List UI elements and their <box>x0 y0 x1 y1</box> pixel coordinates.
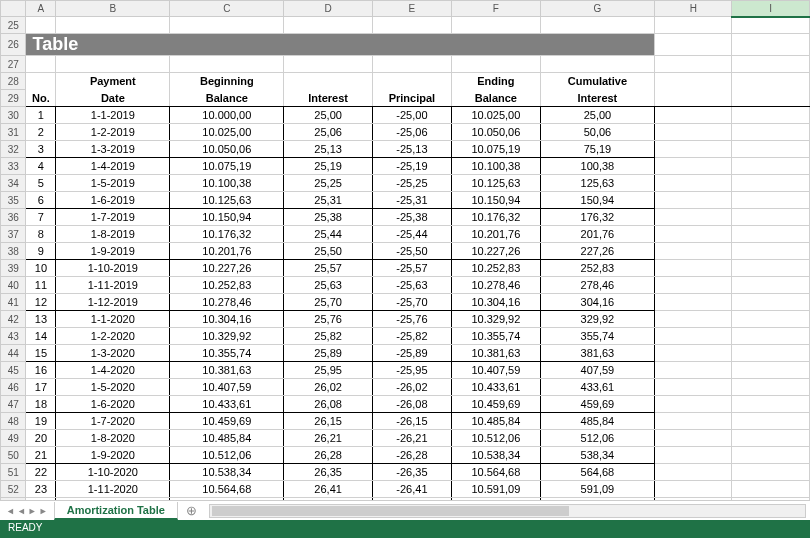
cell-beg[interactable]: 10.485,84 <box>170 430 284 447</box>
cell-cum[interactable]: 100,38 <box>540 158 654 175</box>
table-row[interactable]: 41121-12-201910.278,4625,70-25,7010.304,… <box>1 294 810 311</box>
row-header[interactable]: 35 <box>1 192 26 209</box>
cell-end[interactable]: 10.252,83 <box>451 260 540 277</box>
cell-no[interactable]: 10 <box>26 260 56 277</box>
cell-prin[interactable]: -26,41 <box>372 481 451 498</box>
cell-no[interactable]: 6 <box>26 192 56 209</box>
cell-date[interactable]: 1-3-2020 <box>56 345 170 362</box>
cell-prin[interactable]: -25,31 <box>372 192 451 209</box>
cell-int[interactable]: 25,57 <box>284 260 373 277</box>
cell-cum[interactable]: 201,76 <box>540 226 654 243</box>
cell-int[interactable]: 26,15 <box>284 413 373 430</box>
cell-beg[interactable]: 10.150,94 <box>170 209 284 226</box>
cell-no[interactable]: 19 <box>26 413 56 430</box>
cell-cum[interactable]: 25,00 <box>540 107 654 124</box>
cell-cum[interactable]: 355,74 <box>540 328 654 345</box>
cell-int[interactable]: 25,06 <box>284 124 373 141</box>
cell-end[interactable]: 10.564,68 <box>451 464 540 481</box>
cell-beg[interactable]: 10.304,16 <box>170 311 284 328</box>
table-row[interactable]: 3891-9-201910.201,7625,50-25,5010.227,26… <box>1 243 810 260</box>
cell-beg[interactable]: 10.564,68 <box>170 481 284 498</box>
tab-next-icon[interactable]: ► <box>28 506 37 516</box>
col-header-A[interactable]: A <box>26 1 56 17</box>
cell-no[interactable]: 23 <box>26 481 56 498</box>
cell-cum[interactable]: 278,46 <box>540 277 654 294</box>
cell-end[interactable]: 10.591,09 <box>451 481 540 498</box>
col-header-F[interactable]: F <box>451 1 540 17</box>
table-row[interactable]: 3231-3-201910.050,0625,13-25,1310.075,19… <box>1 141 810 158</box>
cell-cum[interactable]: 50,06 <box>540 124 654 141</box>
cell-end[interactable]: 10.075,19 <box>451 141 540 158</box>
row-header[interactable]: 41 <box>1 294 26 311</box>
cell-no[interactable]: 8 <box>26 226 56 243</box>
cell-beg[interactable]: 10.355,74 <box>170 345 284 362</box>
table-row[interactable]: 3341-4-201910.075,1925,19-25,1910.100,38… <box>1 158 810 175</box>
cell-no[interactable]: 13 <box>26 311 56 328</box>
row-header[interactable]: 38 <box>1 243 26 260</box>
cell-date[interactable]: 1-1-2019 <box>56 107 170 124</box>
cell-no[interactable]: 9 <box>26 243 56 260</box>
cell-int[interactable]: 25,25 <box>284 175 373 192</box>
cell-beg[interactable]: 10.201,76 <box>170 243 284 260</box>
cell-prin[interactable]: -26,02 <box>372 379 451 396</box>
cell-prin[interactable]: -25,06 <box>372 124 451 141</box>
row-header[interactable]: 44 <box>1 345 26 362</box>
cell-cum[interactable]: 459,69 <box>540 396 654 413</box>
table-row[interactable]: 3671-7-201910.150,9425,38-25,3810.176,32… <box>1 209 810 226</box>
cell-no[interactable]: 2 <box>26 124 56 141</box>
spreadsheet-grid[interactable]: A B C D E F G H I 2526Table2728PaymentBe… <box>0 0 810 502</box>
cell-date[interactable]: 1-4-2019 <box>56 158 170 175</box>
table-row[interactable]: 3781-8-201910.176,3225,44-25,4410.201,76… <box>1 226 810 243</box>
cell-end[interactable]: 10.278,46 <box>451 277 540 294</box>
cell-end[interactable]: 10.433,61 <box>451 379 540 396</box>
cell-date[interactable]: 1-8-2020 <box>56 430 170 447</box>
cell-int[interactable]: 26,21 <box>284 430 373 447</box>
table-row[interactable]: 42131-1-202010.304,1625,76-25,7610.329,9… <box>1 311 810 328</box>
cell-beg[interactable]: 10.381,63 <box>170 362 284 379</box>
cell-cum[interactable]: 564,68 <box>540 464 654 481</box>
cell-no[interactable]: 1 <box>26 107 56 124</box>
cell-date[interactable]: 1-6-2020 <box>56 396 170 413</box>
table-row[interactable]: 40111-11-201910.252,8325,63-25,6310.278,… <box>1 277 810 294</box>
cell-prin[interactable]: -25,13 <box>372 141 451 158</box>
cell-cum[interactable]: 176,32 <box>540 209 654 226</box>
table-row[interactable]: 44151-3-202010.355,7425,89-25,8910.381,6… <box>1 345 810 362</box>
cell-date[interactable]: 1-9-2019 <box>56 243 170 260</box>
cell-beg[interactable]: 10.433,61 <box>170 396 284 413</box>
cell-beg[interactable]: 10.125,63 <box>170 192 284 209</box>
cell-int[interactable]: 25,38 <box>284 209 373 226</box>
cell-prin[interactable]: -25,25 <box>372 175 451 192</box>
tab-prev-icon[interactable]: ◄ <box>17 506 26 516</box>
cell-beg[interactable]: 10.227,26 <box>170 260 284 277</box>
cell-int[interactable]: 26,41 <box>284 481 373 498</box>
cell-prin[interactable]: -25,89 <box>372 345 451 362</box>
cell-end[interactable]: 10.025,00 <box>451 107 540 124</box>
cell-prin[interactable]: -25,57 <box>372 260 451 277</box>
cell-beg[interactable]: 10.100,38 <box>170 175 284 192</box>
cell-int[interactable]: 25,19 <box>284 158 373 175</box>
cell-end[interactable]: 10.150,94 <box>451 192 540 209</box>
cell-end[interactable]: 10.227,26 <box>451 243 540 260</box>
row-header[interactable]: 31 <box>1 124 26 141</box>
cell-end[interactable]: 10.512,06 <box>451 430 540 447</box>
cell-beg[interactable]: 10.538,34 <box>170 464 284 481</box>
cell-int[interactable]: 25,44 <box>284 226 373 243</box>
col-header-D[interactable]: D <box>284 1 373 17</box>
table-row[interactable]: 39101-10-201910.227,2625,57-25,5710.252,… <box>1 260 810 277</box>
cell-no[interactable]: 11 <box>26 277 56 294</box>
cell-int[interactable]: 25,82 <box>284 328 373 345</box>
cell-int[interactable]: 25,31 <box>284 192 373 209</box>
cell-cum[interactable]: 304,16 <box>540 294 654 311</box>
table-row[interactable]: 43141-2-202010.329,9225,82-25,8210.355,7… <box>1 328 810 345</box>
cell-beg[interactable]: 10.278,46 <box>170 294 284 311</box>
cell-prin[interactable]: -25,95 <box>372 362 451 379</box>
row-header[interactable]: 43 <box>1 328 26 345</box>
cell-date[interactable]: 1-11-2020 <box>56 481 170 498</box>
cell-prin[interactable]: -25,19 <box>372 158 451 175</box>
cell-end[interactable]: 10.485,84 <box>451 413 540 430</box>
tab-first-icon[interactable]: ◄ <box>6 506 15 516</box>
cell-int[interactable]: 25,00 <box>284 107 373 124</box>
cell-int[interactable]: 25,50 <box>284 243 373 260</box>
cell-cum[interactable]: 591,09 <box>540 481 654 498</box>
cell-no[interactable]: 18 <box>26 396 56 413</box>
